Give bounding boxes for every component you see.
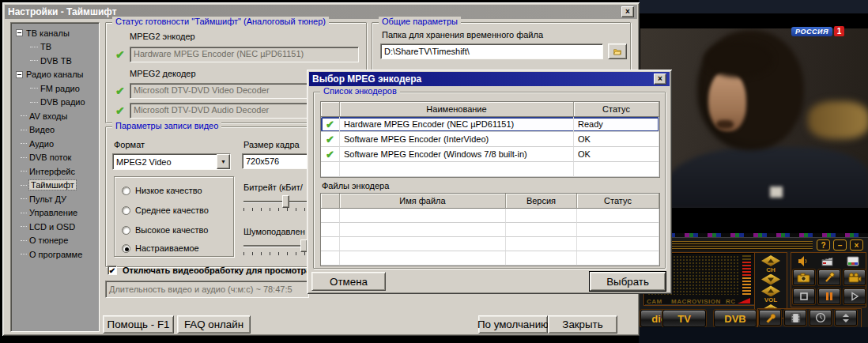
sidebar-item-video[interactable]: Видео (11, 123, 99, 138)
encoders-table-header: Наименование Статус (321, 102, 659, 117)
pause-button[interactable] (818, 288, 840, 304)
tree-collapse-icon[interactable] (16, 29, 23, 36)
quality-custom-radio[interactable]: Настраиваемое (122, 243, 199, 253)
settings-close-button[interactable]: × (621, 6, 634, 17)
quality-low-radio[interactable]: Низкое качество (122, 186, 202, 195)
sidebar-item-lcd-osd[interactable]: LCD и OSD (11, 220, 99, 234)
encoder-row[interactable]: ✔ Software MPEG Encoder (InterVideo) OK (321, 132, 659, 147)
player-control-panel: ? – × CAM MACROVISION RC CH VOL (639, 237, 868, 327)
sidebar-item-remote[interactable]: Пульт ДУ (11, 192, 99, 206)
disable-processing-checkbox[interactable]: ✔ (108, 266, 117, 275)
combo-dropdown-icon[interactable]: ▼ (217, 154, 230, 169)
col-version[interactable]: Версия (506, 194, 577, 209)
col-name[interactable]: Наименование (340, 102, 574, 117)
encoder-list-group: Список энкодеров Наименование Статус ✔ H… (313, 92, 666, 269)
encoder-row[interactable]: ✔ Software MPEG Encoder (Windows 7/8 bui… (321, 147, 659, 162)
folder-path-input[interactable] (380, 43, 603, 59)
panel-expand-button[interactable] (835, 310, 857, 326)
encoder-files-label: Файлы энкодера (322, 181, 389, 190)
col-status[interactable]: Статус (574, 102, 659, 117)
sidebar-item-fm-radio[interactable]: FM радио (11, 81, 99, 96)
sidebar-item-av-inputs[interactable]: AV входы (11, 109, 99, 123)
display-icon[interactable] (847, 256, 859, 266)
sidebar-item-timeshift[interactable]: Таймшифт (11, 179, 99, 193)
encoder-dialog-close-button[interactable]: × (654, 74, 666, 85)
sidebar-item-dvb-stream[interactable]: DVB поток (11, 151, 99, 165)
format-combobox[interactable]: MPEG2 Video ▼ (112, 153, 231, 170)
defaults-button[interactable]: По умолчанию (478, 315, 548, 334)
row-check-icon: ✔ (326, 149, 334, 160)
playback-zone (791, 252, 866, 307)
bitrate-label: Битрейт (кБит/ (243, 183, 303, 192)
snapshot-button[interactable] (793, 270, 815, 285)
sidebar-item-interface[interactable]: Интерфейс (11, 164, 99, 179)
speaker-icon[interactable] (798, 256, 810, 266)
sidebar-item-tv[interactable]: ТВ (11, 40, 99, 55)
play-button[interactable] (843, 288, 866, 304)
tree-collapse-icon[interactable] (16, 71, 23, 78)
panel-minimize-button[interactable]: – (833, 239, 847, 251)
stop-button[interactable] (793, 288, 815, 304)
file-row-empty (321, 223, 659, 237)
channel-logo-number: 1 (834, 26, 844, 36)
audio-decoder-ok-icon: ✔ (115, 105, 125, 116)
col-file-name[interactable]: Имя файла (340, 194, 506, 209)
encoders-table: Наименование Статус ✔ Hardware MPEG Enco… (320, 101, 660, 178)
sidebar-item-about-program[interactable]: О программе (11, 247, 99, 262)
camcorder-icon (847, 273, 862, 283)
recordings-button[interactable] (784, 310, 806, 326)
browse-folder-button[interactable] (608, 43, 627, 59)
sidebar-item-audio[interactable]: Аудио (11, 137, 99, 151)
format-label: Формат (114, 140, 145, 149)
record-video-button[interactable] (843, 270, 866, 285)
general-group-title: Общие параметры (379, 17, 461, 26)
quality-medium-radio[interactable]: Среднее качество (122, 205, 209, 215)
scheduler-button[interactable] (810, 310, 832, 326)
up-down-arrows-icon (841, 313, 851, 323)
cancel-button[interactable]: Отмена (311, 272, 386, 291)
led-cam-label: CAM (647, 298, 662, 305)
panel-window-buttons: ? – × (813, 239, 863, 251)
panel-lower-strip (639, 327, 868, 343)
panel-close-button[interactable]: × (850, 239, 863, 251)
clapperboard-icon[interactable] (821, 256, 834, 266)
close-button[interactable]: Закрыть (548, 315, 617, 334)
encoder-files-table: Имя файла Версия Статус (320, 193, 660, 266)
select-button[interactable]: Выбрать (590, 272, 666, 291)
help-button[interactable]: Помощь - F1 (103, 315, 174, 334)
encoder-row-empty[interactable] (321, 162, 659, 177)
quality-high-radio[interactable]: Высокое качество (122, 225, 208, 235)
faq-button[interactable]: FAQ онлайн (177, 315, 251, 334)
signal-meter (742, 255, 751, 296)
channel-down-button[interactable] (761, 274, 780, 285)
channel-up-button[interactable] (761, 255, 780, 266)
format-value: MPEG2 Video (113, 157, 217, 167)
panel-help-button[interactable]: ? (817, 239, 830, 251)
sidebar-item-about-tuner[interactable]: О тюнере (11, 234, 99, 248)
tv-mode-button[interactable]: TV (662, 310, 706, 327)
bitrate-slider-thumb[interactable] (282, 195, 289, 208)
frame-size-input[interactable] (242, 153, 308, 169)
sidebar-item-control[interactable]: Управление (11, 206, 99, 220)
video-picture (640, 28, 868, 208)
screen: РОССИЯ 1 ? – × CAM MACROVISION RC CH VOL (0, 0, 868, 343)
microphone-button[interactable] (818, 270, 840, 285)
volume-up-button[interactable] (761, 285, 780, 296)
encoder-row-selected[interactable]: ✔ Hardware MPEG Encoder (NEC µPD61151) R… (321, 117, 659, 132)
files-table-header: Имя файла Версия Статус (321, 194, 659, 209)
dvb-mode-button[interactable]: DVB (714, 310, 757, 327)
sidebar-item-tv-channels[interactable]: ТВ каналы (11, 26, 99, 40)
sidebar-item-radio-channels[interactable]: Радио каналы (11, 68, 99, 82)
video-area: РОССИЯ 1 (639, 13, 868, 238)
sidebar-item-dvb-radio[interactable]: DVB радио (11, 96, 99, 110)
wrench-icon (764, 312, 776, 323)
col-file-status[interactable]: Статус (577, 194, 659, 209)
signal-wedge-icon (738, 298, 750, 303)
sidebar-item-dvb-tv[interactable]: DVB ТВ (11, 54, 99, 68)
settings-button[interactable] (759, 310, 781, 326)
file-row-empty (321, 251, 659, 266)
record-group-title: Параметры записи видео (112, 121, 221, 130)
encoder-list-group-title: Список энкодеров (320, 86, 400, 96)
film-icon (791, 313, 801, 323)
encoder-value-field: Hardware MPEG Encoder (NEC µPD61151) (130, 47, 359, 62)
